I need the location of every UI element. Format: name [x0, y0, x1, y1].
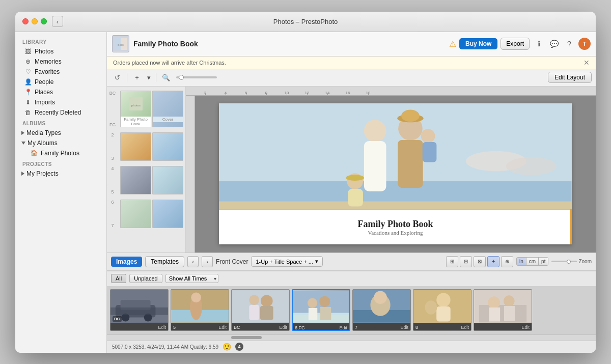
projects-triangle [21, 172, 24, 176]
film-edit-2[interactable]: Edit [218, 325, 227, 330]
sidebar-item-imports[interactable]: ⬇ Imports [17, 97, 104, 107]
close-button[interactable] [22, 18, 29, 24]
zoom-slider[interactable] [176, 76, 217, 78]
recently-deleted-label: Recently Deleted [35, 109, 81, 116]
maximize-button[interactable] [41, 18, 47, 24]
film-edit-7[interactable]: Edit [521, 325, 530, 330]
zoom-track[interactable] [551, 261, 577, 262]
layout-icon-5[interactable]: ⊕ [501, 256, 513, 267]
comment-button[interactable]: 💬 [548, 38, 560, 50]
sidebar-item-people[interactable]: 👤 People [17, 77, 104, 87]
film-item-3[interactable]: BC Edit [231, 289, 290, 331]
svg-rect-17 [423, 142, 437, 162]
film-num-3: BC [234, 325, 240, 330]
refresh-button[interactable]: ↺ [111, 72, 123, 83]
canvas-content[interactable]: Family Photo Book Vacations and Explorin… [195, 96, 596, 253]
sidebar-item-recently-deleted[interactable]: 🗑 Recently Deleted [17, 107, 104, 118]
zoom-button[interactable]: 🔍 [160, 72, 172, 83]
images-tab-button[interactable]: Images [111, 257, 142, 267]
scrollbar-thumb[interactable] [231, 336, 262, 339]
sidebar-item-family-photos[interactable]: 🏠 Family Photos [17, 148, 104, 158]
add-dropdown-button[interactable]: ▾ [145, 72, 152, 83]
close-notification-button[interactable]: ✕ [584, 59, 590, 67]
time-filter-select[interactable]: Show All Times [165, 274, 218, 283]
buy-now-button[interactable]: Buy Now [459, 38, 497, 49]
film-label-6: 8 Edit [413, 323, 471, 331]
thumbnail-item-67[interactable]: 6 7 [107, 198, 185, 230]
film-num-2: 5 [173, 325, 176, 330]
unit-pt-button[interactable]: pt [539, 258, 548, 265]
notification-bar: Orders placed now will arrive after Chri… [107, 57, 596, 69]
sidebar-item-places[interactable]: 📍 Places [17, 87, 104, 97]
add-button[interactable]: + [131, 72, 143, 83]
book-photo-area[interactable] [219, 103, 572, 209]
film-edit-3[interactable]: Edit [279, 325, 287, 330]
film-num-5: 7 [355, 325, 357, 330]
layout-icon-1[interactable]: ⊞ [446, 256, 458, 267]
film-item-6[interactable]: 8 Edit [413, 289, 471, 331]
memories-label: Memories [35, 58, 62, 65]
my-projects-label: My Projects [26, 170, 59, 177]
layout-icon-4[interactable]: ✦ [487, 256, 499, 267]
sidebar-group-my-projects[interactable]: My Projects [17, 169, 104, 179]
zoom-slider-handle[interactable] [179, 75, 184, 80]
book-header: Book Family Photo Book ⚠ Buy Now Export … [107, 32, 596, 57]
ruler-ticks: 2 4 6 8 10 12 14 16 18 [195, 87, 378, 95]
horizontal-scrollbar[interactable] [107, 334, 596, 341]
film-item-7[interactable]: Edit [474, 289, 532, 331]
film-item-5[interactable]: 7 Edit [352, 289, 411, 331]
layout-icon-2[interactable]: ⊟ [460, 256, 472, 267]
prev-page-button[interactable]: ‹ [187, 256, 199, 267]
svg-rect-42 [320, 307, 331, 320]
zoom-track-handle[interactable] [567, 260, 571, 264]
svg-rect-33 [249, 305, 259, 320]
edit-layout-button[interactable]: Edit Layout [548, 72, 592, 83]
help-button[interactable]: ? [563, 38, 575, 50]
film-item-4[interactable]: 6,FC Edit [292, 289, 350, 331]
svg-point-9 [506, 157, 557, 175]
sidebar-group-media-types[interactable]: Media Types [17, 128, 104, 138]
unit-cm-button[interactable]: cm [526, 258, 539, 265]
film-edit-4[interactable]: Edit [339, 325, 347, 330]
book-text-area[interactable]: Family Photo Book Vacations and Explorin… [219, 209, 572, 244]
sidebar-item-favorites[interactable]: ♡ Favorites [17, 67, 104, 77]
thumb-page-front: Cover [152, 91, 183, 127]
thumb-page-back: photos Family Photo Book [120, 91, 151, 127]
sidebar-item-memories[interactable]: ⊕ Memories [17, 57, 104, 67]
my-albums-label: My Albums [27, 139, 58, 147]
thumbnail-item-cover[interactable]: BC FC photos Family Photo Book [107, 89, 185, 129]
film-label-1: Edit [110, 323, 168, 331]
minimize-button[interactable] [32, 18, 38, 24]
film-item-bg-4 [293, 290, 349, 323]
unit-in-button[interactable]: in [517, 258, 526, 265]
book-spread[interactable]: Family Photo Book Vacations and Explorin… [219, 103, 572, 244]
layout-icon-3[interactable]: ⊠ [474, 256, 486, 267]
notification-text: Orders placed now will arrive after Chri… [113, 60, 226, 66]
sidebar-group-my-albums[interactable]: My Albums [17, 138, 104, 148]
export-button[interactable]: Export [501, 38, 530, 50]
thumb-page-5 [152, 166, 183, 194]
thumbnails-strip: BC FC photos Family Photo Book [107, 87, 186, 253]
thumbnail-item-45[interactable]: 4 5 [107, 164, 185, 197]
film-edit-5[interactable]: Edit [400, 325, 408, 330]
film-edit-6[interactable]: Edit [461, 325, 469, 330]
thumbnail-item-23[interactable]: 2 3 [107, 130, 185, 163]
next-page-button[interactable]: › [202, 256, 213, 267]
svg-point-20 [346, 175, 365, 181]
filter-all-button[interactable]: All [111, 274, 126, 283]
sidebar-item-photos[interactable]: 🖼 Photos [17, 46, 104, 57]
layout-dropdown[interactable]: 1-Up + Title Space + ... ▾ [251, 256, 323, 267]
back-button[interactable]: ‹ [52, 16, 63, 27]
svg-point-32 [249, 295, 259, 305]
people-icon: 👤 [24, 78, 32, 86]
film-item-1[interactable]: Edit BC [110, 289, 169, 331]
user-avatar[interactable]: T [578, 38, 591, 50]
toolbar-separator-2 [156, 73, 156, 82]
film-edit-1[interactable]: Edit [158, 325, 166, 330]
filter-unplaced-button[interactable]: Unplaced [129, 274, 162, 283]
info-button[interactable]: ℹ [533, 38, 545, 50]
templates-tab-button[interactable]: Templates [145, 256, 184, 267]
film-item-2[interactable]: 5 Edit [171, 289, 229, 331]
ruler-tick-18: 18 [358, 91, 378, 95]
header-actions: ⚠ Buy Now Export ℹ 💬 ? T [449, 38, 591, 50]
